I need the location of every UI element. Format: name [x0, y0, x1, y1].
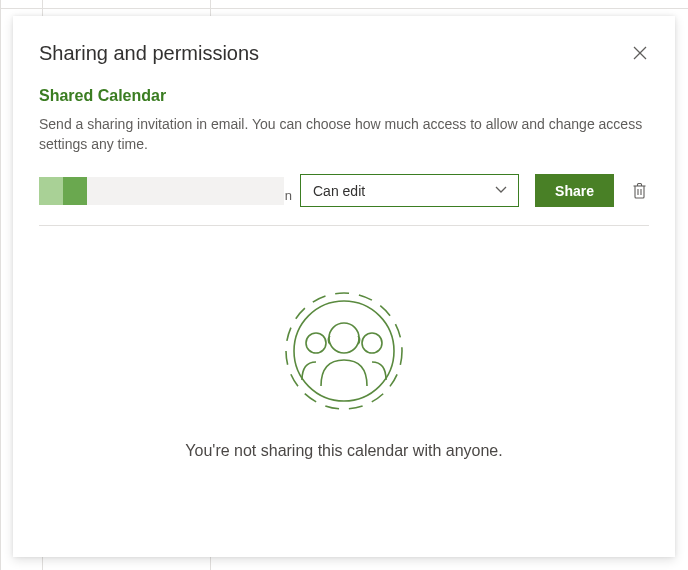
svg-point-6 — [329, 323, 359, 353]
invite-row: n Can edit Share — [39, 174, 649, 207]
trash-icon — [632, 182, 647, 199]
avatar — [39, 177, 87, 205]
permission-select[interactable]: Can edit — [300, 174, 519, 207]
close-button[interactable] — [631, 44, 649, 62]
empty-state: You're not sharing this calendar with an… — [39, 286, 649, 460]
sharing-permissions-dialog: Sharing and permissions Shared Calendar … — [13, 16, 675, 557]
permission-selected-label: Can edit — [313, 183, 365, 199]
svg-point-7 — [306, 333, 326, 353]
close-icon — [633, 46, 647, 60]
dialog-title: Sharing and permissions — [39, 42, 259, 65]
calendar-name: Shared Calendar — [39, 87, 649, 105]
share-button[interactable]: Share — [535, 174, 614, 207]
delete-button[interactable] — [630, 180, 649, 201]
chevron-down-icon — [494, 182, 508, 199]
svg-point-8 — [362, 333, 382, 353]
divider — [39, 225, 649, 226]
person-input[interactable]: n — [39, 177, 284, 205]
people-illustration-icon — [279, 286, 409, 416]
empty-state-message: You're not sharing this calendar with an… — [185, 442, 502, 460]
dialog-description: Send a sharing invitation in email. You … — [39, 115, 649, 154]
svg-point-4 — [286, 293, 402, 409]
person-suffix: n — [285, 188, 292, 203]
